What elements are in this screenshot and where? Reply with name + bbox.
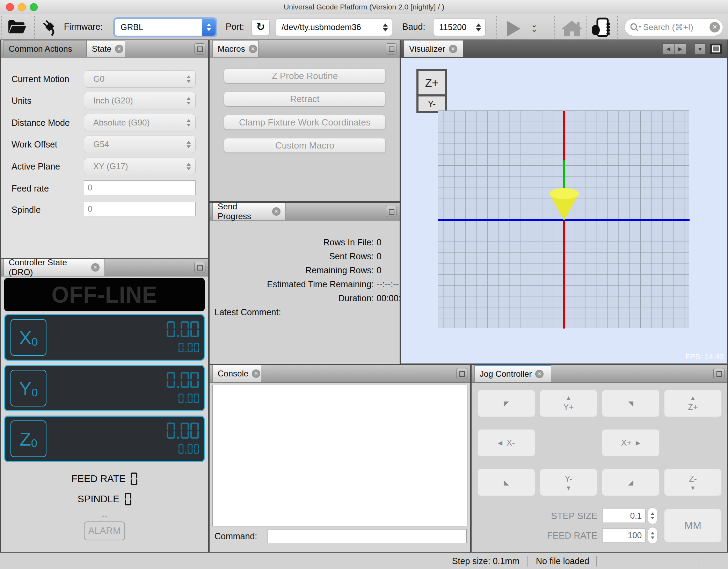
jog-diag-xminus-yplus-button[interactable]: ◤	[478, 390, 535, 417]
status-separator	[699, 556, 699, 567]
baud-value: 115200	[439, 19, 466, 36]
work-offset-select[interactable]: G54	[84, 136, 196, 153]
tab-common-actions[interactable]: Common Actions	[3, 40, 87, 57]
jog-z-minus-button[interactable]: Z- ▼	[664, 469, 722, 496]
visualizer-canvas[interactable]: Z+ Y- FPS: 14.43	[401, 58, 727, 363]
z-zero-button[interactable]: Z0	[10, 420, 46, 457]
close-icon[interactable]: ✕	[272, 207, 281, 216]
close-icon[interactable]: ✕	[449, 45, 457, 53]
jog-diag-xplus-yminus-button[interactable]: ◢	[602, 469, 660, 496]
tab-console[interactable]: Console ✕	[212, 365, 261, 382]
port-value: /dev/tty.usbmodem36	[282, 19, 361, 36]
tab-list-button[interactable]: ▼	[694, 43, 706, 55]
maximize-icon[interactable]	[386, 43, 397, 55]
refresh-ports-button[interactable]: ↻	[252, 19, 270, 35]
feed-rate-field[interactable]	[84, 180, 196, 195]
tab-macros[interactable]: Macros ✕	[212, 40, 259, 57]
current-motion-select[interactable]: G0	[84, 70, 196, 88]
close-icon[interactable]: ✕	[252, 369, 260, 378]
active-plane-select[interactable]: XY (G17)	[84, 158, 196, 175]
state-panel-header: Common Actions State ✕	[1, 40, 208, 58]
x-zero-button[interactable]: X0	[10, 319, 46, 356]
gcode-state-placeholder: --	[1, 511, 208, 522]
units-select[interactable]: Inch (G20)	[84, 92, 196, 109]
maximize-icon[interactable]	[386, 206, 397, 217]
macro-z-probe-button[interactable]: Z Probe Routine	[224, 69, 386, 83]
jog-diag-xminus-yminus-button[interactable]: ◣	[478, 469, 535, 496]
search-icon	[630, 23, 642, 34]
stepper-icon	[185, 158, 192, 175]
chevron-double-down-icon[interactable]: ⌄⌄	[531, 22, 537, 31]
step-size-stepper[interactable]	[648, 507, 657, 524]
jog-y-minus-button[interactable]: Y- ▼	[540, 469, 597, 496]
toolbar-separator	[34, 16, 35, 38]
send-play-button[interactable]	[507, 21, 520, 36]
jog-x-minus-button[interactable]: ◀ X-	[478, 429, 535, 456]
arrow-down-icon: ▼	[690, 485, 696, 491]
search-clear-icon[interactable]: ✕	[709, 22, 720, 33]
close-icon[interactable]: ✕	[91, 263, 100, 272]
macro-custom-button[interactable]: Custom Macro	[224, 138, 386, 153]
search-input[interactable]: Search (⌘+I) ✕	[625, 19, 723, 36]
field-label: Feed rate	[12, 183, 49, 194]
maximize-icon[interactable]	[194, 262, 205, 273]
jog-feed-rate-label: FEED RATE	[507, 528, 597, 542]
port-label: Port:	[226, 14, 244, 39]
jog-x-plus-button[interactable]: X+ ▶	[602, 429, 660, 456]
maximize-icon[interactable]	[194, 43, 205, 55]
tab-send-progress[interactable]: Send Progress ✕	[212, 203, 286, 220]
maximize-icon[interactable]	[710, 43, 722, 55]
view-z-plus-button[interactable]: Z+	[418, 71, 445, 94]
home-button[interactable]	[561, 20, 583, 38]
open-file-button[interactable]	[8, 19, 27, 36]
stepper-icon[interactable]	[475, 19, 482, 36]
field-label: Current Motion	[12, 74, 69, 84]
maximize-icon[interactable]	[456, 368, 467, 379]
close-icon[interactable]: ✕	[249, 45, 257, 53]
visualizer-panel: Visualizer ✕ ◀ ▶ ▼ Z+ Y-	[401, 40, 727, 363]
arrow-right-icon: ▶	[636, 440, 640, 446]
command-input[interactable]	[268, 529, 467, 543]
jog-y-plus-button[interactable]: ▲ Y+	[540, 390, 597, 417]
tab-controller-state[interactable]: Controller State (DRO) ✕	[3, 259, 105, 276]
scroll-left-button[interactable]: ◀	[662, 43, 674, 55]
jog-z-plus-button[interactable]: ▲ Z+	[664, 390, 722, 417]
stepper-icon[interactable]	[381, 19, 389, 36]
tab-visualizer[interactable]: Visualizer ✕	[404, 40, 463, 57]
alarm-button[interactable]: ALARM	[84, 521, 125, 540]
distance-mode-select[interactable]: Absolute (G90)	[84, 114, 196, 131]
feed-rate-stepper[interactable]	[648, 527, 657, 544]
spindle-field[interactable]	[84, 202, 196, 216]
baud-select[interactable]: 115200	[433, 19, 486, 36]
tab-jog-controller[interactable]: Jog Controller ✕	[474, 365, 551, 382]
maximize-icon[interactable]	[713, 368, 725, 379]
z-position-value	[166, 423, 199, 439]
macro-clamp-fixture-button[interactable]: Clamp Fixture Work Coordinates	[224, 115, 386, 130]
estimated-time-remaining: Estimated Time Remaining:--:--:--	[210, 277, 389, 291]
stepper-icon[interactable]	[202, 19, 216, 36]
close-icon[interactable]: ✕	[535, 370, 544, 378]
close-icon[interactable]: ✕	[115, 45, 123, 53]
latest-comment: Latest Comment:	[210, 305, 389, 319]
controller-status-display: OFF-LINE	[4, 278, 205, 311]
y-zero-button[interactable]: Y0	[10, 370, 46, 406]
arrow-right-icon: ▶	[678, 46, 682, 52]
tab-state[interactable]: State ✕	[87, 40, 125, 57]
step-size-input[interactable]	[602, 509, 646, 523]
port-select[interactable]: /dev/tty.usbmodem36	[276, 19, 392, 36]
title-bar: Universal Gcode Platform (Version 2.0 [n…	[0, 0, 728, 14]
connect-button[interactable]	[39, 17, 59, 38]
z-position-secondary	[177, 444, 199, 454]
plug-connect-icon	[39, 32, 59, 38]
units-toggle-button[interactable]: MM	[664, 509, 722, 542]
view-y-minus-button[interactable]: Y-	[418, 96, 445, 111]
firmware-select[interactable]: GRBL	[115, 19, 216, 36]
jog-diag-xplus-yplus-button[interactable]: ◥	[602, 390, 660, 417]
scroll-right-button[interactable]: ▶	[674, 43, 686, 55]
macros-panel-header: Macros ✕	[210, 40, 400, 58]
console-output[interactable]	[212, 385, 467, 526]
pendant-button[interactable]	[592, 17, 611, 38]
macro-retract-button[interactable]: Retract	[224, 92, 386, 106]
jog-feed-rate-input[interactable]	[602, 528, 646, 542]
status-step-size: Step size: 0.1mm	[446, 553, 525, 569]
